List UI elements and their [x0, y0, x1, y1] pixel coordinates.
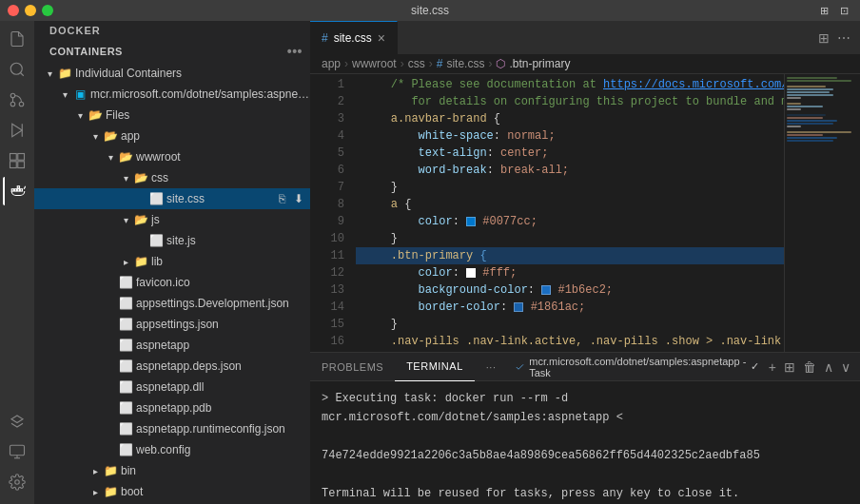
more-tabs[interactable]: ··· [475, 353, 508, 381]
svg-point-2 [19, 102, 24, 107]
code-editor: 12345 678910 1112131415 1617181920 21222… [310, 74, 860, 352]
containers-dots[interactable]: ••• [287, 44, 303, 59]
split-terminal-icon[interactable]: ⊞ [782, 358, 797, 377]
download-icon[interactable]: ⬇ [291, 191, 306, 206]
split-editor-icon[interactable]: ⊞ [816, 29, 831, 48]
title-bar-icons: ⊞ ⊡ [816, 3, 852, 19]
add-terminal-icon[interactable]: + [767, 358, 778, 377]
js-folder-item[interactable]: ▾ 📂 js [34, 209, 310, 230]
trash-terminal-icon[interactable]: 🗑 [801, 358, 818, 377]
source-control-activity-icon[interactable] [3, 86, 31, 114]
file-action-icons: ⎘ ⬇ [274, 191, 310, 206]
files-activity-icon[interactable] [3, 25, 31, 53]
docker-activity-icon[interactable] [3, 177, 31, 205]
svg-rect-9 [18, 154, 25, 161]
bottom-panel: PROBLEMS TERMINAL ··· mcr.microsoft.com/… [310, 352, 860, 504]
breadcrumb-app[interactable]: app [322, 57, 341, 70]
container-image-item[interactable]: ▾ ▣ mcr.microsoft.com/dotnet/samples:asp… [34, 84, 310, 105]
containers-header: CONTAINERS ••• [34, 38, 310, 63]
terminal-line-3: 74e724edde9921a2206c3a5b8ae4a89869cea568… [322, 446, 849, 465]
terminal-content[interactable]: > Executing task: docker run --rm -d mcr… [310, 381, 860, 504]
chevron-down-icon6: ▾ [118, 173, 133, 184]
css-folder-item[interactable]: ▾ 📂 css [34, 167, 310, 188]
file-icon1: ⬜ [118, 339, 133, 352]
close-button[interactable] [8, 5, 19, 16]
aws-activity-icon[interactable] [3, 407, 31, 436]
breadcrumb-current[interactable]: .btn-primary [509, 57, 570, 70]
svg-point-4 [10, 102, 15, 107]
css-folder-icon: 📂 [133, 171, 148, 184]
problems-tab[interactable]: PROBLEMS [310, 353, 395, 381]
aspnetapp-item[interactable]: ⬜ aspnetapp [34, 335, 310, 356]
breadcrumb: app › wwwroot › css › # site.css › ⬡ .bt… [310, 54, 860, 74]
tab-bar-icons: ⊞ ⋯ [816, 29, 860, 48]
individual-containers-label: Individual Containers [75, 67, 310, 80]
code-line-16: background-color: #1b6ec2; [356, 281, 784, 299]
lib-folder-item[interactable]: ▸ 📁 lib [34, 251, 310, 272]
code-line-7: word-break: break-all; [356, 162, 784, 179]
chevron-up-icon[interactable]: ∧ [822, 358, 835, 377]
bin-folder-item[interactable]: ▸ 📁 bin [34, 460, 310, 481]
code-line-17: border-color: #1861ac; [356, 299, 784, 316]
settings-activity-icon[interactable] [3, 468, 31, 496]
code-line-10: a { [356, 196, 784, 213]
terminal-tab[interactable]: TERMINAL [395, 353, 475, 381]
json-icon3: ⬜ [118, 359, 133, 373]
search-activity-icon[interactable] [3, 55, 31, 84]
appsettings-item[interactable]: ⬜ appsettings.json [34, 314, 310, 335]
activity-bar [0, 21, 34, 504]
containers-label: CONTAINERS [49, 46, 123, 57]
js-file-icon: ⬜ [148, 234, 164, 247]
code-line-1: /* Please see documentation at https://d… [356, 76, 784, 93]
terminal-line-2 [322, 427, 849, 446]
aspnetapp-deps-label: aspnetapp.deps.json [136, 359, 310, 373]
appsettings-dev-item[interactable]: ⬜ appsettings.Development.json [34, 293, 310, 314]
breadcrumb-css[interactable]: css [408, 57, 425, 70]
boot-folder-item[interactable]: ▸ 📁 boot [34, 481, 310, 502]
chevron-right-bin: ▸ [88, 466, 103, 476]
sitecss-file-item[interactable]: ⬜ site.css ⎘ ⬇ [34, 188, 310, 209]
aspnetapp-dll-item[interactable]: ⬜ aspnetapp.dll [34, 377, 310, 397]
code-line-5: white-space: normal; [356, 127, 784, 145]
tab-close-icon[interactable]: × [378, 30, 385, 46]
sitecss-tab[interactable]: # site.css × [310, 21, 398, 54]
webconfig-item[interactable]: ⬜ web.config [34, 439, 310, 460]
aspnetapp-pdb-item[interactable]: ⬜ aspnetapp.pdb [34, 397, 310, 418]
breadcrumb-sitecss[interactable]: site.css [446, 57, 484, 70]
code-line-2: for details on configuring this project … [356, 93, 784, 110]
sep3: › [429, 57, 433, 70]
chevron-down-panel-icon[interactable]: ∨ [839, 358, 852, 377]
hash-icon: # [322, 31, 328, 45]
json-icon2: ⬜ [118, 318, 133, 331]
files-folder-item[interactable]: ▾ 📂 Files [34, 105, 310, 126]
svg-rect-10 [10, 162, 17, 168]
more-icon[interactable]: ⊡ [836, 3, 852, 19]
extensions-activity-icon[interactable] [3, 146, 31, 175]
code-content[interactable]: /* Please see documentation at https://d… [356, 74, 784, 352]
aspnetapp-runtime-item[interactable]: ⬜ aspnetapp.runtimeconfig.json [34, 418, 310, 439]
minimize-button[interactable] [25, 5, 36, 16]
container-image-label: mcr.microsoft.com/dotnet/samples:aspneta… [90, 87, 310, 101]
wwwroot-folder-item[interactable]: ▾ 📂 wwwroot [34, 146, 310, 167]
line-numbers: 12345 678910 1112131415 1617181920 21222… [310, 74, 356, 352]
layout-icon[interactable]: ⊞ [816, 3, 832, 19]
code-line-14: .btn-primary { [356, 247, 784, 264]
sitejs-file-item[interactable]: ⬜ site.js [34, 230, 310, 251]
appsettings-dev-label: appsettings.Development.json [136, 297, 310, 310]
copy-icon[interactable]: ⎘ [274, 191, 289, 206]
aspnetapp-deps-item[interactable]: ⬜ aspnetapp.deps.json [34, 356, 310, 377]
aspnetapp-pdb-label: aspnetapp.pdb [136, 401, 310, 415]
aspnetapp-runtime-label: aspnetapp.runtimeconfig.json [136, 422, 310, 436]
run-activity-icon[interactable] [3, 116, 31, 145]
breadcrumb-wwwroot[interactable]: wwwroot [352, 57, 397, 70]
boot-folder-icon: 📁 [103, 485, 118, 498]
maximize-button[interactable] [42, 5, 53, 16]
more-actions-icon[interactable]: ⋯ [835, 29, 852, 48]
remote-activity-icon[interactable] [3, 437, 31, 466]
individual-containers-item[interactable]: ▾ 📁 Individual Containers [34, 63, 310, 84]
favicon-item[interactable]: ⬜ favicon.ico [34, 272, 310, 293]
code-line-6: text-align: center; [356, 145, 784, 162]
app-folder-item[interactable]: ▾ 📂 app [34, 126, 310, 146]
terminal-hash: 74e724edde9921a2206c3a5b8ae4a89869cea568… [322, 449, 760, 462]
chevron-right-boot: ▸ [88, 487, 103, 497]
